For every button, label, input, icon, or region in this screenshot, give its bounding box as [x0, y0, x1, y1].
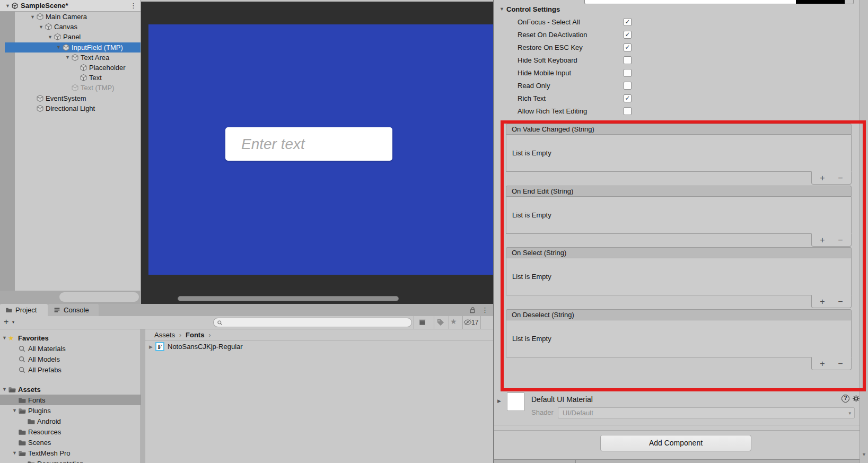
hierarchy-item-inputfield-tmp[interactable]: ▼ InputField (TMP) [0, 42, 141, 53]
color-swatch-cropped[interactable] [584, 0, 854, 4]
font-asset-icon: F [155, 342, 164, 351]
hierarchy-item-main-camera[interactable]: ▼ Main Camera [0, 12, 141, 22]
hierarchy-item-text-area[interactable]: ▼ Text Area [0, 53, 141, 63]
tree-item-assets[interactable]: ▼ Assets [0, 384, 141, 395]
asset-name: NotoSansCJKjp-Regular [168, 343, 243, 351]
tmp-input-field[interactable]: Enter text [225, 127, 392, 161]
add-listener-button[interactable]: + [816, 172, 829, 184]
help-icon[interactable]: ? [841, 395, 849, 403]
hierarchy-hscrollbar[interactable] [0, 291, 141, 304]
divider [575, 460, 576, 463]
project-search-input[interactable] [213, 318, 412, 327]
foldout-icon[interactable]: ▼ [11, 450, 18, 456]
create-dropdown-caret-icon[interactable]: ▾ [12, 320, 14, 325]
tree-item-textmesh-pro[interactable]: ▼ TextMesh Pro [0, 448, 141, 458]
favorite-search-icon[interactable]: ★ [450, 317, 457, 326]
tree-item-all-materials[interactable]: All Materials [0, 343, 141, 354]
foldout-icon[interactable]: ▼ [498, 6, 505, 12]
foldout-icon[interactable]: ▼ [38, 24, 45, 30]
setting-row: Rich Text ✓ [494, 92, 860, 105]
hierarchy-item-text[interactable]: Text [0, 73, 141, 83]
gear-icon[interactable] [852, 395, 860, 403]
gameobject-cube-icon [45, 23, 52, 31]
scene-title: SampleScene* [21, 2, 68, 10]
tree-item-favorites[interactable]: ▼ ★ Favorites [0, 333, 141, 343]
add-component-button[interactable]: Add Component [600, 435, 751, 451]
foldout-icon[interactable]: ▼ [1, 335, 8, 340]
hierarchy-item-panel[interactable]: ▼ Panel [0, 32, 141, 42]
checkbox-allow-rich-text-editing[interactable]: ✓ [624, 107, 632, 115]
checkbox-restore-on-esc-key[interactable]: ✓ [624, 43, 632, 51]
foldout-icon[interactable]: ▼ [29, 14, 36, 20]
foldout-icon[interactable]: ▼ [4, 3, 11, 8]
scrollbar-thumb[interactable] [59, 292, 139, 302]
foldout-icon[interactable]: ▼ [1, 387, 8, 392]
hierarchy-item-placeholder[interactable]: Placeholder [0, 63, 141, 73]
search-icon [18, 345, 26, 353]
scene-header[interactable]: ▼ SampleScene* ⋮ [0, 0, 141, 12]
remove-listener-button[interactable]: − [834, 358, 847, 370]
tree-item-all-prefabs[interactable]: All Prefabs [0, 364, 141, 375]
event-list: List is Empty [506, 258, 852, 295]
tab-project[interactable]: Project [0, 304, 48, 316]
kebab-menu-icon[interactable]: ⋮ [130, 2, 137, 10]
project-splitter[interactable] [141, 329, 145, 463]
hidden-packages-eye-icon[interactable] [463, 318, 472, 326]
tree-item-resources[interactable]: Resources [0, 426, 141, 437]
hierarchy-item-text-tmp-disabled[interactable]: Text (TMP) [0, 83, 141, 93]
foldout-icon[interactable]: ▶ [147, 344, 154, 350]
tree-item-all-models[interactable]: All Models [0, 354, 141, 364]
foldout-icon[interactable]: ▼ [64, 55, 71, 60]
shader-label: Shader [531, 408, 554, 416]
tree-item-label: Android [37, 417, 61, 425]
event-title: On Value Changed (String) [512, 125, 594, 133]
remove-listener-button[interactable]: − [834, 296, 847, 308]
foldout-icon[interactable]: ▼ [11, 408, 18, 413]
project-panel: Project Console ⋮ + ▾ ★ 17 [0, 304, 493, 463]
kebab-menu-icon[interactable]: ⋮ [481, 306, 488, 314]
add-listener-button[interactable]: + [816, 296, 829, 308]
checkbox-reset-on-deactivation[interactable]: ✓ [624, 31, 632, 39]
create-asset-button[interactable]: + [4, 317, 8, 327]
material-preview-swatch[interactable] [507, 392, 524, 411]
inspector-vscrollbar[interactable]: ▼ [860, 0, 868, 463]
foldout-icon[interactable]: ▼ [55, 45, 62, 50]
remove-listener-button[interactable]: − [834, 172, 847, 184]
event-list-toolbar: + − [811, 357, 852, 370]
game-view-hscrollbar-thumb[interactable] [178, 296, 399, 301]
material-foldout-icon[interactable]: ▶ [497, 398, 501, 404]
package-filter-icon[interactable] [418, 318, 426, 326]
foldout-icon[interactable]: ▼ [47, 34, 54, 40]
add-listener-button[interactable]: + [816, 234, 829, 246]
check-icon: ✓ [624, 19, 631, 25]
scroll-down-icon[interactable]: ▼ [862, 452, 866, 457]
breadcrumb-current[interactable]: Fonts [186, 331, 204, 339]
console-icon [54, 307, 60, 313]
checkbox-hide-soft-keyboard[interactable]: ✓ [624, 56, 632, 64]
remove-listener-button[interactable]: − [834, 234, 847, 246]
hierarchy-item-canvas[interactable]: ▼ Canvas [0, 22, 141, 32]
tree-item-plugins[interactable]: ▼ Plugins [0, 405, 141, 416]
lock-icon[interactable] [469, 307, 476, 314]
hierarchy-item-directional-light[interactable]: Directional Light [0, 103, 141, 113]
tree-item-documentation[interactable]: Documentation [0, 458, 141, 463]
checkbox-read-only[interactable]: ✓ [624, 82, 632, 90]
tree-item-label: Documentation [37, 460, 83, 463]
event-header: On Deselect (String) [506, 309, 852, 320]
tree-item-scenes[interactable]: Scenes [0, 437, 141, 448]
shader-dropdown[interactable]: UI/Default ▾ [558, 407, 855, 418]
tab-console[interactable]: Console [48, 304, 99, 316]
tree-item-android[interactable]: Android [0, 416, 141, 426]
checkbox-hide-mobile-input[interactable]: ✓ [624, 69, 632, 77]
hidden-packages-count: 17 [471, 319, 478, 326]
checkbox-rich-text[interactable]: ✓ [624, 94, 632, 102]
checkbox-onfocus-select-all[interactable]: ✓ [624, 18, 632, 26]
event-on-deselect: On Deselect (String) List is Empty + − [506, 309, 852, 370]
asset-row-font[interactable]: ▶ F NotoSansCJKjp-Regular [145, 341, 493, 352]
breadcrumb-root[interactable]: Assets [154, 331, 175, 339]
label-filter-icon[interactable] [436, 318, 444, 326]
control-settings-header[interactable]: ▼ Control Settings [494, 4, 560, 14]
add-listener-button[interactable]: + [816, 358, 829, 370]
hierarchy-item-eventsystem[interactable]: EventSystem [0, 93, 141, 103]
tree-item-fonts[interactable]: Fonts [0, 395, 141, 405]
